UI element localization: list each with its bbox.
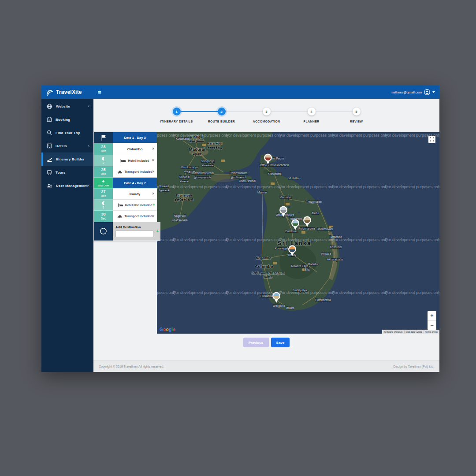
- nights-count: 3: [103, 206, 104, 209]
- date-month: Dec: [101, 217, 106, 220]
- map-watermark: For development purposes only: [279, 133, 335, 138]
- remove-destination-icon[interactable]: ✕: [152, 192, 155, 196]
- bed-icon: [118, 203, 123, 207]
- map-watermark: For development purposes only: [226, 133, 282, 138]
- map-label: Negombo: [256, 256, 271, 260]
- add-destination-row: Add Destination +: [113, 222, 160, 241]
- previous-button[interactable]: Previous: [243, 338, 269, 347]
- travelxite-logo-icon: [46, 89, 53, 96]
- date-month: Dec: [101, 149, 106, 152]
- hotel-status: Hotel Not Included: [125, 204, 152, 207]
- map-label: Mullaitivu: [288, 177, 300, 180]
- remove-transport-icon[interactable]: ✕: [152, 215, 155, 218]
- sidebar-item-user-management[interactable]: User Management ‹: [41, 179, 93, 192]
- map-label: Kalmunai: [330, 245, 342, 249]
- step-circle: 2: [218, 108, 226, 115]
- map-data-label: Map data ©2022: [404, 331, 424, 333]
- calendar-icon: [47, 117, 52, 122]
- flag-icon: [100, 134, 107, 141]
- moon-icon: [101, 156, 106, 161]
- app-window: TravelXite ≡ mathees@gmail.com Website ‹: [41, 86, 439, 372]
- bed-icon: [120, 159, 126, 163]
- map-label: Karaikudi: [207, 141, 222, 145]
- map-label: Nagercoil: [174, 214, 186, 218]
- map-label-native: இராமநாதபுரம்: [194, 176, 211, 179]
- sidebar-item-itinerary-builder[interactable]: Itinerary Builder: [41, 152, 93, 166]
- transport-status: Transport Included: [124, 170, 152, 173]
- step-review[interactable]: 5 REVIEW: [334, 108, 379, 132]
- map-label: Ampara: [321, 252, 331, 256]
- stopover-label: Stop Over: [97, 184, 109, 187]
- map-label: Sri Lanka: [278, 240, 312, 246]
- remove-destination-icon[interactable]: ✕: [152, 147, 155, 151]
- footer-copyright: Copyright © 2019 Travelinex.All rights r…: [99, 365, 164, 368]
- sidebar-item-hotels[interactable]: Hotels ‹: [41, 139, 93, 152]
- google-map[interactable]: For development purposes onlyFor develop…: [157, 132, 439, 334]
- add-hotel-icon[interactable]: +: [152, 203, 155, 207]
- globe-icon: [47, 104, 52, 109]
- sidebar-label: User Management: [56, 184, 88, 188]
- hamburger-menu-icon[interactable]: ≡: [98, 89, 101, 95]
- hotel-icon: [47, 143, 52, 149]
- map-watermark: For development purposes only: [279, 290, 335, 295]
- map-watermark: For development purposes only: [385, 238, 439, 242]
- map-label: Jaffna: [259, 164, 267, 167]
- date-month: Dec: [101, 194, 106, 197]
- map-watermark: For development purposes only: [173, 185, 229, 189]
- main-content: 1 ITINERARY DETAILS 2 ROUTE BUILDER 3 AC…: [93, 99, 439, 372]
- keyboard-shortcuts-link[interactable]: Keyboard shortcuts: [382, 331, 404, 333]
- remove-hotel-icon[interactable]: ✕: [152, 159, 155, 162]
- compass-icon: [100, 227, 107, 235]
- add-destination-label: Add Destination: [115, 225, 153, 229]
- destination-name: Colombo: [127, 147, 143, 151]
- chevron-left-icon: ‹: [88, 144, 89, 148]
- map-lake: [288, 206, 290, 208]
- map-label: Mannar: [257, 191, 268, 194]
- map-label-native: தென்காசி: [159, 189, 170, 192]
- google-logo[interactable]: Google: [160, 327, 175, 332]
- map-label: Kotte: [264, 275, 272, 279]
- destination-row: Colombo ✕: [113, 143, 157, 155]
- save-button[interactable]: Save: [271, 338, 290, 347]
- map-label: Anuradhapura: [276, 213, 294, 217]
- add-destination-input[interactable]: [115, 231, 153, 237]
- car-icon: [117, 214, 123, 219]
- map-label: Trincomalee: [306, 200, 322, 203]
- sidebar: Website ‹ Booking Find Your Trip: [41, 99, 93, 372]
- map-label: Hambantota: [315, 298, 331, 301]
- terms-of-use-link[interactable]: Terms of Use: [424, 331, 439, 333]
- map-label: Dhanushkodi: [239, 179, 256, 182]
- zoom-in-button[interactable]: +: [428, 311, 436, 320]
- zoom-out-button[interactable]: −: [428, 321, 436, 330]
- chevron-left-icon: ‹: [88, 183, 89, 188]
- map-watermark: For development purposes only: [226, 185, 282, 189]
- stopover-cell[interactable]: + Stop Over: [94, 178, 113, 189]
- brand[interactable]: TravelXite: [41, 89, 93, 96]
- map-fullscreen-button[interactable]: [428, 136, 435, 143]
- sidebar-item-booking[interactable]: Booking: [41, 113, 93, 126]
- wizard-stepper: 1 ITINERARY DETAILS 2 ROUTE BUILDER 3 AC…: [93, 99, 439, 132]
- nights-cell: 2: [94, 155, 113, 166]
- add-destination-icon[interactable]: +: [156, 229, 159, 234]
- step-label: ACCOMODATION: [244, 120, 289, 123]
- step-circle: 4: [308, 108, 316, 115]
- map-label-native: நாகர்கோவில்: [172, 219, 187, 222]
- bus-icon: [47, 170, 52, 175]
- account-menu[interactable]: mathees@gmail.com: [390, 89, 439, 95]
- map-label: Rameswaram: [230, 171, 247, 175]
- map-label-native: சிவகாசி: [180, 180, 189, 182]
- map-label-native: திண்டுக்கல்: [189, 139, 205, 143]
- sidebar-item-website[interactable]: Website ‹: [41, 100, 93, 113]
- sidebar-item-find-your-trip[interactable]: Find Your Trip: [41, 126, 93, 139]
- sidebar-item-tours[interactable]: Tours: [41, 166, 93, 179]
- brand-name: TravelXite: [56, 89, 82, 95]
- destination-row: Kandy ✕: [113, 189, 157, 200]
- map-label: Vavuniya: [280, 196, 292, 199]
- day-group-header: Date 1 - Day 3: [113, 132, 157, 143]
- remove-transport-icon[interactable]: ✕: [152, 170, 155, 174]
- step-circle: 5: [353, 108, 361, 115]
- date-day: 30: [101, 212, 105, 217]
- map-label: Mutur: [312, 212, 320, 215]
- step-circle: 1: [173, 108, 181, 115]
- day-group-header: Date 4 - Day 7: [113, 178, 157, 189]
